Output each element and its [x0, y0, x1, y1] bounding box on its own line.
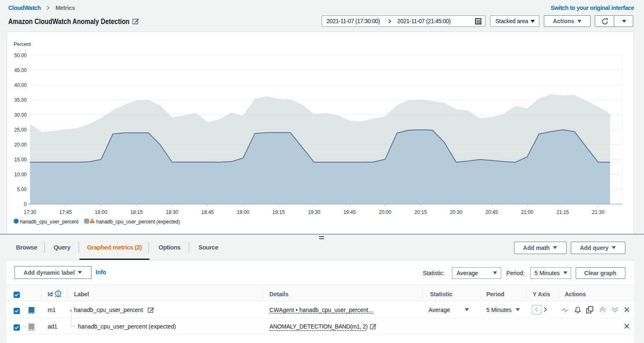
svg-text:20:00: 20:00	[379, 209, 391, 215]
svg-text:20:30: 20:30	[450, 209, 462, 215]
svg-text:18:00: 18:00	[95, 209, 107, 215]
svg-text:19:45: 19:45	[344, 209, 356, 215]
svg-text:19:30: 19:30	[308, 209, 320, 215]
svg-text:18:30: 18:30	[166, 209, 178, 215]
svg-text:15.00: 15.00	[14, 157, 26, 163]
svg-text:21:00: 21:00	[521, 209, 533, 215]
svg-text:hanadb_cpu_user_percent (expec: hanadb_cpu_user_percent (expected)	[96, 218, 180, 225]
svg-text:35.00: 35.00	[14, 97, 26, 103]
svg-text:Percent: Percent	[14, 41, 31, 47]
svg-text:19:00: 19:00	[237, 209, 249, 215]
svg-text:17:45: 17:45	[59, 209, 72, 215]
svg-text:17:30: 17:30	[24, 209, 36, 215]
svg-text:20:45: 20:45	[485, 209, 498, 215]
svg-text:5.00: 5.00	[17, 187, 27, 192]
svg-text:30.00: 30.00	[14, 112, 26, 118]
svg-text:25.00: 25.00	[14, 127, 26, 133]
svg-text:10.00: 10.00	[14, 172, 26, 177]
svg-text:21:30: 21:30	[592, 209, 604, 215]
svg-text:19:15: 19:15	[272, 209, 285, 215]
svg-text:0: 0	[24, 201, 27, 207]
svg-text:50.00: 50.00	[14, 53, 26, 58]
svg-text:40.00: 40.00	[14, 82, 26, 88]
svg-text:45.00: 45.00	[14, 67, 26, 73]
svg-text:hanadb_cpu_user_percent: hanadb_cpu_user_percent	[20, 218, 79, 225]
svg-text:18:45: 18:45	[201, 209, 214, 215]
svg-text:20:15: 20:15	[414, 209, 427, 215]
svg-text:20.00: 20.00	[14, 142, 26, 148]
svg-text:18:15: 18:15	[130, 209, 143, 215]
svg-text:21:15: 21:15	[556, 209, 569, 215]
